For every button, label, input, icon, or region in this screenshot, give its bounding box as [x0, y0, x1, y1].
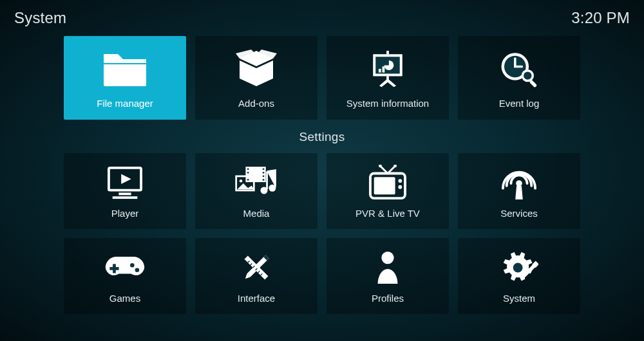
tile-label: Profiles [372, 293, 404, 304]
presentation-chart-icon [368, 48, 407, 90]
tile-system-information[interactable]: System information [327, 36, 449, 120]
tile-label: PVR & Live TV [355, 208, 420, 219]
player-icon [104, 164, 146, 201]
svg-rect-11 [113, 196, 138, 199]
tile-player[interactable]: Player [64, 153, 186, 229]
tile-system[interactable]: System [458, 238, 580, 314]
tile-file-manager[interactable]: File manager [64, 36, 186, 120]
tile-games[interactable]: Games [64, 238, 186, 314]
tile-label: Add-ons [238, 98, 274, 109]
top-section: File manager Add-ons [0, 27, 644, 314]
tile-label: Interface [238, 293, 275, 304]
svg-point-29 [398, 179, 402, 183]
tile-label: Media [243, 208, 270, 219]
tile-label: System information [346, 98, 429, 109]
top-row: File manager Add-ons [64, 36, 580, 120]
svg-point-20 [263, 179, 265, 181]
tile-profiles[interactable]: Profiles [327, 238, 449, 314]
tile-label: Services [500, 208, 538, 219]
tile-addons[interactable]: Add-ons [195, 36, 317, 120]
media-icon [234, 164, 279, 201]
svg-point-34 [130, 263, 135, 267]
settings-section-title: Settings [299, 130, 345, 144]
svg-rect-3 [383, 66, 385, 72]
tile-label: Games [109, 293, 140, 304]
tv-icon [368, 164, 408, 201]
tile-label: Event log [499, 98, 540, 109]
tile-label: Player [111, 208, 139, 219]
svg-rect-10 [118, 192, 131, 195]
svg-point-46 [513, 263, 523, 272]
open-box-icon [236, 48, 277, 90]
svg-point-35 [135, 268, 140, 272]
gamepad-icon [103, 249, 147, 286]
tile-label: System [503, 293, 535, 304]
clock: 3:20 PM [571, 9, 630, 27]
svg-point-13 [247, 168, 249, 170]
settings-row-1: Player Media [64, 153, 580, 229]
tile-services[interactable]: Services [458, 153, 580, 229]
svg-point-7 [524, 71, 531, 79]
tile-pvr-live-tv[interactable]: PVR & Live TV [327, 153, 449, 229]
gear-screwdriver-icon [500, 249, 538, 286]
tile-label: File manager [97, 98, 153, 109]
topbar: System 3:20 PM [0, 0, 644, 27]
settings-row-2: Games [64, 238, 580, 314]
svg-point-31 [516, 180, 522, 187]
svg-rect-28 [374, 177, 395, 194]
svg-point-45 [381, 251, 393, 263]
svg-point-16 [247, 179, 249, 181]
svg-point-30 [398, 185, 402, 189]
tile-event-log[interactable]: Event log [458, 36, 580, 120]
svg-point-14 [247, 171, 249, 173]
tile-media[interactable]: Media [195, 153, 317, 229]
tile-interface[interactable]: Interface [195, 238, 317, 314]
page-title: System [14, 9, 66, 27]
svg-rect-2 [379, 69, 381, 73]
clock-search-icon [499, 48, 539, 90]
person-icon [375, 249, 401, 286]
svg-point-22 [240, 179, 243, 182]
svg-point-24 [269, 184, 276, 191]
svg-rect-33 [109, 267, 118, 270]
svg-point-19 [263, 175, 265, 177]
pencil-ruler-icon [238, 249, 274, 286]
svg-point-18 [263, 171, 265, 173]
broadcast-icon [502, 164, 536, 201]
svg-point-17 [263, 168, 265, 170]
folder-icon [100, 48, 150, 90]
svg-point-23 [260, 187, 267, 194]
